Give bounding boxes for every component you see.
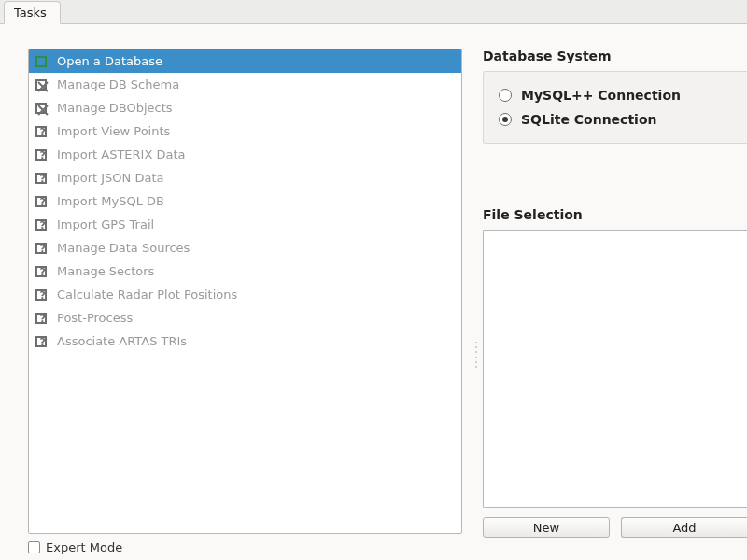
question-box-icon — [35, 195, 48, 208]
add-button[interactable]: Add — [621, 517, 747, 538]
task-item[interactable]: Import ASTERIX Data — [29, 143, 461, 166]
task-item[interactable]: Import JSON Data — [29, 166, 461, 189]
task-item-label: Manage DBObjects — [57, 101, 173, 115]
task-item[interactable]: Manage Sectors — [29, 259, 461, 283]
question-box-icon — [35, 288, 48, 301]
task-item[interactable]: Manage DBObjects — [29, 96, 461, 119]
radio-row[interactable]: SQLite Connection — [499, 107, 738, 132]
file-selection-list[interactable] — [483, 230, 747, 508]
question-box-icon — [35, 172, 48, 185]
question-box-icon — [35, 148, 48, 161]
question-box-icon — [35, 265, 48, 278]
task-item-label: Import JSON Data — [57, 171, 164, 185]
question-box-icon — [35, 335, 48, 348]
radio-label: MySQL++ Connection — [521, 88, 681, 103]
radio-label: SQLite Connection — [521, 112, 656, 127]
task-item[interactable]: Associate ARTAS TRIs — [29, 329, 461, 353]
database-system-label: Database System — [483, 49, 747, 63]
task-item-label: Open a Database — [57, 54, 162, 68]
tab-strip: Tasks — [0, 0, 747, 24]
question-box-icon — [35, 242, 48, 255]
question-box-icon — [35, 312, 48, 325]
radio-button[interactable] — [499, 113, 512, 126]
task-item[interactable]: Manage Data Sources — [29, 236, 461, 259]
x-box-icon — [35, 102, 48, 115]
task-item-label: Manage Sectors — [57, 264, 154, 278]
task-item[interactable]: Post-Process — [29, 306, 461, 329]
question-box-icon — [35, 125, 48, 138]
task-item[interactable]: Manage DB Schema — [29, 73, 461, 96]
task-list[interactable]: Open a DatabaseManage DB SchemaManage DB… — [28, 49, 462, 534]
radio-row[interactable]: MySQL++ Connection — [499, 83, 738, 107]
task-item-label: Import GPS Trail — [57, 217, 154, 231]
task-item-label: Manage DB Schema — [57, 77, 179, 91]
tasks-page: Open a DatabaseManage DB SchemaManage DB… — [0, 24, 747, 560]
expert-mode-label: Expert Mode — [46, 540, 122, 554]
open-square-icon — [35, 55, 48, 68]
task-item-label: Import MySQL DB — [57, 194, 164, 208]
new-button[interactable]: New — [483, 517, 610, 538]
task-item[interactable]: Import View Points — [29, 119, 461, 143]
task-item-label: Associate ARTAS TRIs — [57, 334, 187, 348]
question-box-icon — [35, 218, 48, 231]
task-item-label: Calculate Radar Plot Positions — [57, 287, 237, 301]
database-system-group: MySQL++ ConnectionSQLite Connection — [483, 71, 747, 144]
task-item[interactable]: Calculate Radar Plot Positions — [29, 283, 461, 306]
task-item[interactable]: Import GPS Trail — [29, 213, 461, 236]
tab-tasks[interactable]: Tasks — [4, 1, 61, 24]
radio-button[interactable] — [499, 89, 512, 102]
task-item-label: Post-Process — [57, 311, 133, 325]
task-item-label: Manage Data Sources — [57, 241, 190, 255]
x-box-icon — [35, 78, 48, 91]
task-item[interactable]: Import MySQL DB — [29, 189, 461, 213]
splitter-handle[interactable] — [474, 342, 478, 368]
expert-mode-checkbox[interactable] — [28, 541, 40, 553]
task-item[interactable]: Open a Database — [29, 49, 461, 73]
file-selection-label: File Selection — [483, 207, 747, 222]
task-item-label: Import View Points — [57, 124, 170, 138]
task-item-label: Import ASTERIX Data — [57, 147, 186, 161]
